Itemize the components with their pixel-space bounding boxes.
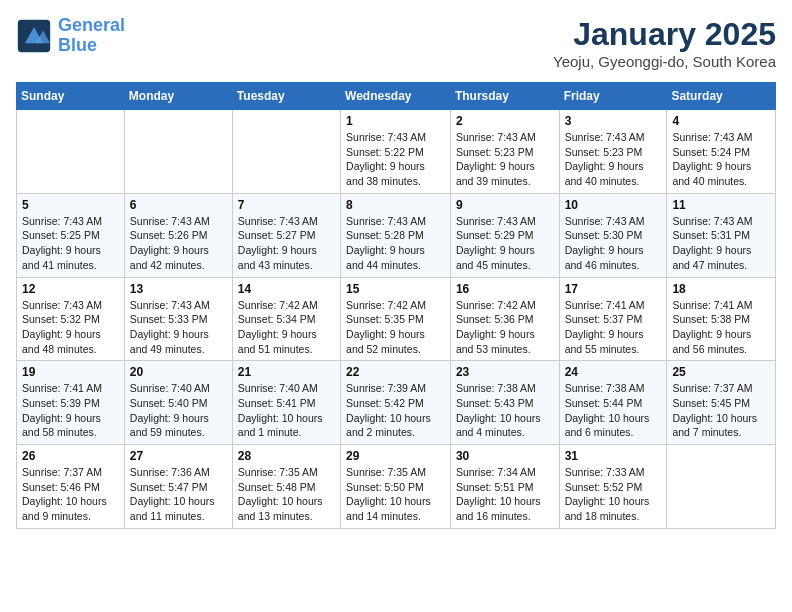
day-info: Sunrise: 7:43 AM Sunset: 5:30 PM Dayligh…	[565, 214, 662, 273]
day-number: 3	[565, 114, 662, 128]
calendar-cell: 22Sunrise: 7:39 AM Sunset: 5:42 PM Dayli…	[341, 361, 451, 445]
day-info: Sunrise: 7:43 AM Sunset: 5:33 PM Dayligh…	[130, 298, 227, 357]
day-info: Sunrise: 7:37 AM Sunset: 5:46 PM Dayligh…	[22, 465, 119, 524]
day-number: 30	[456, 449, 554, 463]
day-number: 5	[22, 198, 119, 212]
calendar-cell: 21Sunrise: 7:40 AM Sunset: 5:41 PM Dayli…	[232, 361, 340, 445]
calendar-cell: 26Sunrise: 7:37 AM Sunset: 5:46 PM Dayli…	[17, 445, 125, 529]
day-info: Sunrise: 7:41 AM Sunset: 5:37 PM Dayligh…	[565, 298, 662, 357]
calendar-cell: 5Sunrise: 7:43 AM Sunset: 5:25 PM Daylig…	[17, 193, 125, 277]
day-number: 18	[672, 282, 770, 296]
weekday-header-tuesday: Tuesday	[232, 83, 340, 110]
calendar-cell: 28Sunrise: 7:35 AM Sunset: 5:48 PM Dayli…	[232, 445, 340, 529]
day-info: Sunrise: 7:43 AM Sunset: 5:24 PM Dayligh…	[672, 130, 770, 189]
calendar-week-row: 1Sunrise: 7:43 AM Sunset: 5:22 PM Daylig…	[17, 110, 776, 194]
calendar-header: SundayMondayTuesdayWednesdayThursdayFrid…	[17, 83, 776, 110]
day-info: Sunrise: 7:37 AM Sunset: 5:45 PM Dayligh…	[672, 381, 770, 440]
page-header: General Blue January 2025 Yeoju, Gyeongg…	[16, 16, 776, 70]
day-info: Sunrise: 7:42 AM Sunset: 5:34 PM Dayligh…	[238, 298, 335, 357]
calendar-cell: 6Sunrise: 7:43 AM Sunset: 5:26 PM Daylig…	[124, 193, 232, 277]
calendar-cell: 3Sunrise: 7:43 AM Sunset: 5:23 PM Daylig…	[559, 110, 667, 194]
day-number: 27	[130, 449, 227, 463]
logo-text: General Blue	[58, 16, 125, 56]
day-info: Sunrise: 7:40 AM Sunset: 5:41 PM Dayligh…	[238, 381, 335, 440]
day-info: Sunrise: 7:34 AM Sunset: 5:51 PM Dayligh…	[456, 465, 554, 524]
day-number: 13	[130, 282, 227, 296]
calendar-cell: 24Sunrise: 7:38 AM Sunset: 5:44 PM Dayli…	[559, 361, 667, 445]
day-number: 6	[130, 198, 227, 212]
calendar-cell: 13Sunrise: 7:43 AM Sunset: 5:33 PM Dayli…	[124, 277, 232, 361]
calendar-cell: 12Sunrise: 7:43 AM Sunset: 5:32 PM Dayli…	[17, 277, 125, 361]
calendar-cell: 27Sunrise: 7:36 AM Sunset: 5:47 PM Dayli…	[124, 445, 232, 529]
day-info: Sunrise: 7:43 AM Sunset: 5:23 PM Dayligh…	[565, 130, 662, 189]
day-info: Sunrise: 7:42 AM Sunset: 5:36 PM Dayligh…	[456, 298, 554, 357]
calendar-cell: 19Sunrise: 7:41 AM Sunset: 5:39 PM Dayli…	[17, 361, 125, 445]
calendar-cell	[124, 110, 232, 194]
day-info: Sunrise: 7:43 AM Sunset: 5:27 PM Dayligh…	[238, 214, 335, 273]
calendar-cell: 31Sunrise: 7:33 AM Sunset: 5:52 PM Dayli…	[559, 445, 667, 529]
calendar-cell: 14Sunrise: 7:42 AM Sunset: 5:34 PM Dayli…	[232, 277, 340, 361]
day-info: Sunrise: 7:36 AM Sunset: 5:47 PM Dayligh…	[130, 465, 227, 524]
day-info: Sunrise: 7:40 AM Sunset: 5:40 PM Dayligh…	[130, 381, 227, 440]
weekday-header-row: SundayMondayTuesdayWednesdayThursdayFrid…	[17, 83, 776, 110]
weekday-header-wednesday: Wednesday	[341, 83, 451, 110]
day-number: 21	[238, 365, 335, 379]
weekday-header-sunday: Sunday	[17, 83, 125, 110]
calendar-cell: 11Sunrise: 7:43 AM Sunset: 5:31 PM Dayli…	[667, 193, 776, 277]
calendar-cell	[667, 445, 776, 529]
weekday-header-monday: Monday	[124, 83, 232, 110]
day-number: 23	[456, 365, 554, 379]
day-info: Sunrise: 7:43 AM Sunset: 5:23 PM Dayligh…	[456, 130, 554, 189]
day-number: 10	[565, 198, 662, 212]
calendar-cell: 23Sunrise: 7:38 AM Sunset: 5:43 PM Dayli…	[450, 361, 559, 445]
calendar-week-row: 19Sunrise: 7:41 AM Sunset: 5:39 PM Dayli…	[17, 361, 776, 445]
day-number: 26	[22, 449, 119, 463]
calendar-cell: 29Sunrise: 7:35 AM Sunset: 5:50 PM Dayli…	[341, 445, 451, 529]
calendar-week-row: 12Sunrise: 7:43 AM Sunset: 5:32 PM Dayli…	[17, 277, 776, 361]
calendar-week-row: 26Sunrise: 7:37 AM Sunset: 5:46 PM Dayli…	[17, 445, 776, 529]
calendar-cell: 20Sunrise: 7:40 AM Sunset: 5:40 PM Dayli…	[124, 361, 232, 445]
day-number: 28	[238, 449, 335, 463]
calendar-table: SundayMondayTuesdayWednesdayThursdayFrid…	[16, 82, 776, 529]
day-info: Sunrise: 7:38 AM Sunset: 5:43 PM Dayligh…	[456, 381, 554, 440]
day-number: 14	[238, 282, 335, 296]
calendar-cell: 10Sunrise: 7:43 AM Sunset: 5:30 PM Dayli…	[559, 193, 667, 277]
calendar-week-row: 5Sunrise: 7:43 AM Sunset: 5:25 PM Daylig…	[17, 193, 776, 277]
day-info: Sunrise: 7:35 AM Sunset: 5:50 PM Dayligh…	[346, 465, 445, 524]
day-number: 20	[130, 365, 227, 379]
calendar-cell: 2Sunrise: 7:43 AM Sunset: 5:23 PM Daylig…	[450, 110, 559, 194]
day-info: Sunrise: 7:41 AM Sunset: 5:39 PM Dayligh…	[22, 381, 119, 440]
calendar-cell: 1Sunrise: 7:43 AM Sunset: 5:22 PM Daylig…	[341, 110, 451, 194]
day-info: Sunrise: 7:43 AM Sunset: 5:25 PM Dayligh…	[22, 214, 119, 273]
calendar-cell: 8Sunrise: 7:43 AM Sunset: 5:28 PM Daylig…	[341, 193, 451, 277]
day-info: Sunrise: 7:38 AM Sunset: 5:44 PM Dayligh…	[565, 381, 662, 440]
day-number: 12	[22, 282, 119, 296]
calendar-cell: 7Sunrise: 7:43 AM Sunset: 5:27 PM Daylig…	[232, 193, 340, 277]
day-number: 4	[672, 114, 770, 128]
day-number: 17	[565, 282, 662, 296]
calendar-cell: 30Sunrise: 7:34 AM Sunset: 5:51 PM Dayli…	[450, 445, 559, 529]
day-info: Sunrise: 7:39 AM Sunset: 5:42 PM Dayligh…	[346, 381, 445, 440]
day-info: Sunrise: 7:43 AM Sunset: 5:31 PM Dayligh…	[672, 214, 770, 273]
calendar-cell: 18Sunrise: 7:41 AM Sunset: 5:38 PM Dayli…	[667, 277, 776, 361]
calendar-cell: 17Sunrise: 7:41 AM Sunset: 5:37 PM Dayli…	[559, 277, 667, 361]
calendar-title: January 2025	[553, 16, 776, 53]
day-number: 11	[672, 198, 770, 212]
day-number: 2	[456, 114, 554, 128]
day-number: 22	[346, 365, 445, 379]
day-number: 8	[346, 198, 445, 212]
day-number: 19	[22, 365, 119, 379]
day-number: 16	[456, 282, 554, 296]
weekday-header-friday: Friday	[559, 83, 667, 110]
calendar-subtitle: Yeoju, Gyeonggi-do, South Korea	[553, 53, 776, 70]
calendar-cell: 16Sunrise: 7:42 AM Sunset: 5:36 PM Dayli…	[450, 277, 559, 361]
calendar-cell: 4Sunrise: 7:43 AM Sunset: 5:24 PM Daylig…	[667, 110, 776, 194]
logo: General Blue	[16, 16, 125, 56]
calendar-title-area: January 2025 Yeoju, Gyeonggi-do, South K…	[553, 16, 776, 70]
calendar-body: 1Sunrise: 7:43 AM Sunset: 5:22 PM Daylig…	[17, 110, 776, 529]
day-number: 7	[238, 198, 335, 212]
day-info: Sunrise: 7:35 AM Sunset: 5:48 PM Dayligh…	[238, 465, 335, 524]
calendar-cell	[232, 110, 340, 194]
day-number: 1	[346, 114, 445, 128]
day-number: 15	[346, 282, 445, 296]
